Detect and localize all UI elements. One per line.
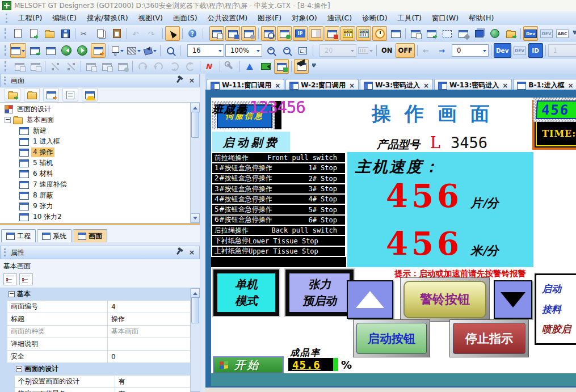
tree-item[interactable]: 10 张力2 [3,212,191,222]
menu-search-replace[interactable]: 搜索/替换(R) [82,12,133,24]
side-box-label[interactable]: 启动 [542,283,576,296]
tab-close-icon[interactable]: × [274,82,280,90]
data-check-cursor-button[interactable] [294,59,309,74]
group-expander-icon[interactable] [9,291,15,297]
tab-close-icon[interactable]: × [348,82,355,90]
stacking-info-button[interactable] [115,59,130,74]
menu-diagnostics[interactable]: 诊断(D) [357,12,392,24]
start-button[interactable]: 启动按钮 [353,319,430,357]
zoom-level-combo[interactable]: 100% [225,44,262,57]
scrollbar-thumb[interactable] [191,112,199,138]
stop-list-row[interactable]: 5#按钮盒急停操作5# Stop [211,204,346,215]
stop-list-row[interactable]: 4#按钮盒急停操作4# Stop [211,193,346,205]
property-row[interactable]: 详细说明 [0,338,191,351]
fill-color-button[interactable] [143,43,158,58]
bell-button[interactable]: 警铃按钮 [403,281,486,318]
save-project-button[interactable] [58,26,73,41]
tree-scrollbar[interactable] [190,103,200,223]
zoom-in-button[interactable] [263,43,278,58]
open-project-button[interactable] [42,26,57,41]
undo-button[interactable] [129,26,144,41]
stop-list-row[interactable]: 后拉绳操作Back pull switch [211,225,346,236]
options-button[interactable] [222,59,237,74]
speed-meter-display[interactable]: 456 [533,98,576,122]
panel-tab-system[interactable]: 系统 [37,229,72,242]
speed-value[interactable]: 456 [386,225,463,262]
window-screen-button[interactable] [225,26,240,41]
new-screen-button[interactable] [10,43,26,58]
scroll-up-arrow-icon[interactable] [191,288,200,298]
tree-item[interactable]: 画面的设计 [3,104,191,115]
close-icon[interactable] [187,76,197,86]
speed-value[interactable]: 456 [386,177,463,214]
distribute-nodes-button[interactable] [64,59,78,74]
panel-tab-project[interactable]: 工程 [1,229,36,242]
rotate-right-button[interactable] [151,59,166,74]
device-comment-button[interactable] [309,26,323,41]
property-grid-scrollbar[interactable] [190,288,200,392]
shift-count-value[interactable]: 123456 [249,98,305,117]
toolbar-overflow-chevron[interactable] [571,26,576,41]
expand-all-button[interactable] [19,273,33,285]
scroll-up-arrow-icon[interactable] [191,103,200,112]
stop-indicator-button[interactable]: 停止指示 [449,319,529,357]
id-display-button[interactable]: ID [528,43,543,58]
pin-icon[interactable] [173,248,183,258]
screen-script-button[interactable] [456,26,470,41]
stop-list-row[interactable]: 前拉绳操作Front pull switch [211,152,346,163]
tree-item[interactable]: 9 张力 [3,201,191,212]
label-toggle-button[interactable] [539,26,554,41]
comment-toggle-button[interactable] [555,26,570,41]
property-row[interactable]: 指定画面背景色 有 [0,388,191,392]
select-mode-button[interactable] [165,26,180,41]
tab-close-icon[interactable]: × [567,82,574,90]
object-stack-cursor-button[interactable] [242,59,257,74]
yield-rate-display[interactable]: 45.6 [288,358,338,371]
menu-edit[interactable]: 编辑(E) [47,12,82,24]
stop-list-row[interactable]: 下衬纸急停Lower Tissue Stop [211,235,346,246]
product-code-value[interactable]: L [430,134,440,151]
key-window-button[interactable] [358,43,374,58]
report-rect-button[interactable] [258,59,273,74]
library-button[interactable] [487,26,502,41]
edge-shape-button[interactable] [111,43,125,58]
flip-horizontal-button[interactable] [167,59,182,74]
copy-button[interactable] [94,26,108,41]
verify-button[interactable] [388,26,403,41]
fit-screen-button[interactable] [295,43,310,58]
device-search-button[interactable] [261,26,276,41]
open-recent-button[interactable] [26,26,41,41]
next-screen-button[interactable] [75,43,90,58]
tab-close-icon[interactable]: × [501,82,508,90]
flip-vertical-button[interactable] [183,59,197,74]
tree-item[interactable]: 新建 [3,125,191,136]
zoom-out-button[interactable] [279,43,294,58]
redo-button[interactable] [145,26,160,41]
speed-down-button[interactable] [494,280,532,319]
menu-window[interactable]: 窗口(W) [427,12,464,24]
close-screen-button[interactable] [43,43,58,58]
side-box-label[interactable]: 接料 [542,303,576,316]
property-row[interactable]: 安全 0 [0,351,191,363]
tree-item[interactable]: 1 进入框 [3,136,191,147]
zoom-area-button[interactable] [163,43,178,58]
ip-address-list-button[interactable] [293,26,308,41]
device-toggle-button[interactable] [523,26,538,41]
new-project-button[interactable] [10,26,25,41]
toolbar-overflow-chevron[interactable] [310,59,318,74]
language-combo[interactable]: 1 [548,44,576,57]
panel-tab-screen[interactable]: 画面 [73,229,107,242]
group-expander-icon[interactable] [16,366,22,372]
windows-start-button[interactable]: 开始 [213,356,284,374]
screen-alarm-tool[interactable] [82,88,98,102]
state-on-button[interactable]: ON [379,43,394,58]
rotate-left-button[interactable] [135,59,150,74]
start-reject-label[interactable]: 启动剔费 [212,132,290,153]
collapse-all-button[interactable] [3,273,17,285]
tree-item[interactable]: 8 屏蔽 [3,190,191,201]
device-display-button[interactable]: Dev [494,43,511,58]
bring-to-front-button[interactable] [83,59,98,74]
grid-combo[interactable]: 20 [319,44,356,57]
state-next-button[interactable] [436,43,451,58]
property-row[interactable]: 画面编号 4 [0,301,191,313]
